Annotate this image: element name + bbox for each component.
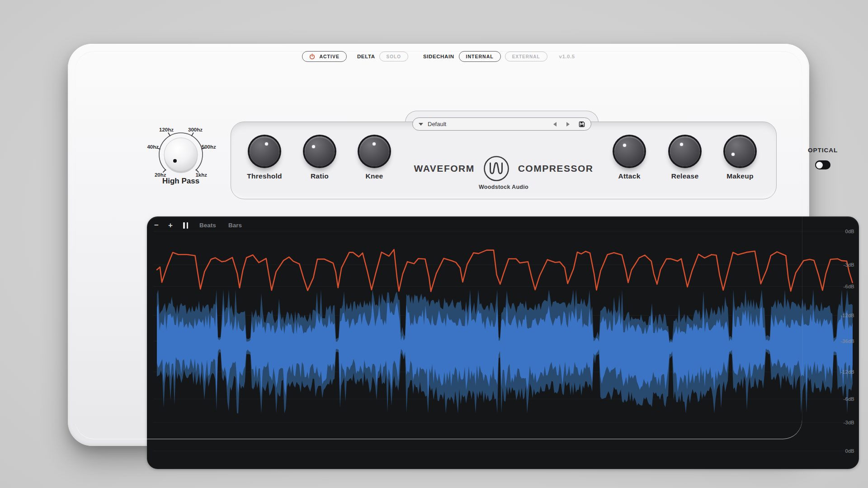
version-text: v1.0.5	[559, 54, 575, 59]
delta-label: DELTA	[357, 54, 375, 59]
db-scale-label: -6dB	[844, 284, 854, 289]
preset-next-button[interactable]	[566, 122, 570, 127]
external-button-label: EXTERNAL	[512, 54, 540, 59]
preset-selector[interactable]: Default	[412, 117, 591, 131]
solo-button-label: SOLO	[387, 54, 401, 59]
optical-toggle-knob	[816, 162, 823, 169]
sidechain-label: SIDECHAIN	[423, 54, 454, 59]
db-scale-label: -12dB	[840, 369, 854, 375]
hp-tick-label-500hz: 500hz	[202, 144, 216, 150]
db-scale-label: -12dB	[840, 313, 854, 318]
db-scale-label: -3dB	[844, 420, 854, 425]
external-button[interactable]: EXTERNAL	[505, 52, 547, 61]
internal-button[interactable]: INTERNAL	[459, 51, 501, 62]
hp-tick	[192, 133, 194, 136]
db-scale-label: -3dB	[844, 262, 854, 267]
save-preset-button[interactable]	[579, 121, 585, 127]
hp-tick-label-40hz: 40hz	[147, 144, 159, 150]
logo-mark-icon	[483, 155, 510, 182]
optical-label: OPTICAL	[796, 147, 850, 154]
waveform-display-panel: − + Beats Bars 0dB-3dB-6dB-12dB-36dB-12d…	[147, 216, 859, 469]
bars-tab[interactable]: Bars	[228, 221, 242, 230]
optical-toggle[interactable]	[815, 160, 830, 169]
logo-word-right: COMPRESSOR	[518, 163, 594, 174]
preset-name: Default	[428, 121, 553, 127]
beats-tab[interactable]: Beats	[199, 221, 216, 230]
knob-indicator-dot	[312, 145, 315, 148]
preset-prev-button[interactable]	[553, 122, 557, 127]
internal-button-label: INTERNAL	[466, 54, 494, 59]
db-scale-label: 0dB	[845, 229, 854, 234]
hp-tick	[168, 133, 170, 136]
plugin-window: ACTIVE DELTA SOLO SIDECHAIN INTERNAL EXT…	[68, 44, 809, 446]
logo-subtitle: Woodstock Audio	[231, 184, 777, 190]
db-scale-label: 0dB	[845, 448, 854, 454]
db-scale-label: -6dB	[844, 396, 854, 402]
save-icon	[579, 121, 585, 127]
logo: WAVEFORM COMPRESSOR	[231, 155, 777, 182]
active-button[interactable]: ACTIVE	[302, 51, 347, 62]
pause-icon[interactable]	[183, 222, 188, 229]
knob-indicator-dot	[680, 143, 683, 146]
active-button-label: ACTIVE	[319, 54, 340, 59]
solo-button[interactable]: SOLO	[379, 52, 408, 61]
waveform-display[interactable]	[147, 216, 859, 469]
hp-tick-label-300hz: 300hz	[188, 127, 203, 132]
high-pass-label: High Pass	[142, 177, 219, 186]
chevron-down-icon	[419, 123, 423, 126]
knob-indicator-dot	[373, 142, 376, 145]
db-scale-label: -36dB	[840, 338, 854, 344]
knob-indicator-dot	[265, 142, 268, 145]
knob-indicator-dot	[623, 144, 626, 147]
zoom-in-button[interactable]: +	[168, 221, 173, 230]
hp-tick-label-120hz: 120hz	[159, 127, 174, 132]
power-icon	[309, 54, 315, 60]
gain-envelope-line	[157, 249, 853, 291]
logo-word-left: WAVEFORM	[414, 163, 475, 174]
zoom-out-button[interactable]: −	[154, 221, 159, 230]
top-bar: ACTIVE DELTA SOLO SIDECHAIN INTERNAL EXT…	[68, 50, 809, 63]
